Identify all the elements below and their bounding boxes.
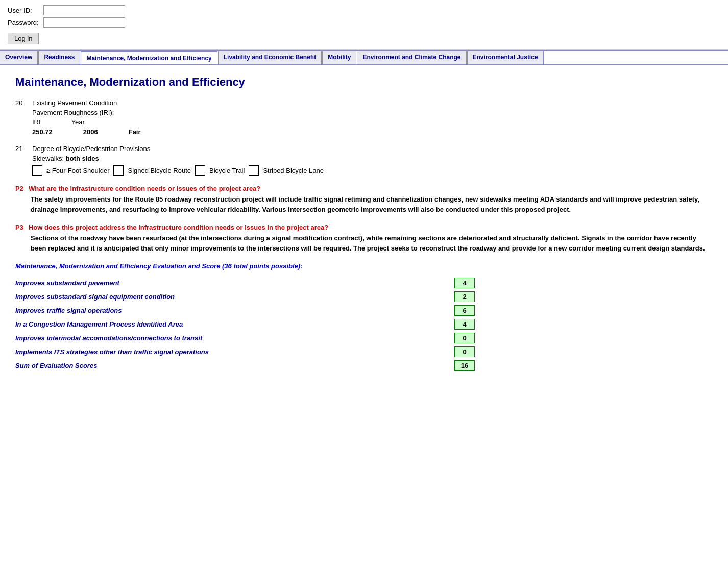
eval-row: Improves substandard signal equipment co…	[15, 291, 475, 302]
eval-row: Improves substandard pavement4	[15, 278, 475, 288]
val-iri: 250.72	[32, 128, 53, 136]
p3-label: P3	[15, 223, 23, 231]
eval-score: 2	[454, 291, 475, 302]
checkbox-bike-trail[interactable]	[195, 165, 205, 176]
p2-label: P2	[15, 185, 23, 192]
eval-label: Improves substandard pavement	[15, 279, 119, 287]
checkbox-four-foot-label: ≥ Four-Foot Shoulder	[46, 167, 109, 174]
eval-score: 6	[454, 305, 475, 316]
val-year: 2006	[83, 128, 98, 136]
p3-block: P3 How does this project address the inf…	[15, 223, 713, 253]
tab-overview[interactable]: Overview	[0, 51, 38, 64]
section-20-num: 20	[15, 99, 28, 107]
section-21-num: 21	[15, 145, 28, 153]
p2-block: P2 What are the infrastructure condition…	[15, 185, 713, 214]
checkbox-striped-lane[interactable]	[249, 165, 259, 176]
checkbox-four-foot[interactable]	[32, 165, 42, 176]
userid-input[interactable]	[43, 5, 125, 15]
eval-score: 4	[454, 319, 475, 330]
tab-maintenance[interactable]: Maintenance, Modernization and Efficienc…	[81, 51, 217, 64]
tab-environmental-justice[interactable]: Environmental Justice	[467, 51, 544, 64]
sidewalk-val: both sides	[66, 155, 99, 162]
col-year: Year	[71, 118, 85, 126]
p3-label-row: P3 How does this project address the inf…	[15, 223, 713, 231]
bike-provisions: Sidewalks: both sides ≥ Four-Foot Should…	[32, 155, 713, 176]
userid-label: User ID:	[8, 7, 43, 14]
pavement-details: Pavement Roughness (IRI): IRI Year 250.7…	[32, 109, 713, 136]
eval-score: 0	[454, 333, 475, 343]
eval-score: 4	[454, 278, 475, 288]
sidewalk-row: Sidewalks: both sides	[32, 155, 713, 162]
page-title: Maintenance, Modernization and Efficienc…	[15, 76, 713, 89]
nav-tabs: Overview Readiness Maintenance, Moderniz…	[0, 50, 728, 65]
checkbox-bike-trail-label: Bicycle Trail	[209, 167, 245, 174]
p3-answer: Sections of the roadway have been resurf…	[31, 233, 713, 253]
eval-title: Maintenance, Modernization and Efficienc…	[15, 262, 713, 270]
tab-environment[interactable]: Environment and Climate Change	[357, 51, 466, 64]
checkbox-row: ≥ Four-Foot Shoulder Signed Bicycle Rout…	[32, 165, 713, 176]
section-21: 21 Degree of Bicycle/Pedestrian Provisio…	[15, 145, 713, 176]
eval-label: Sum of Evaluation Scores	[15, 362, 97, 369]
eval-score: 0	[454, 346, 475, 357]
eval-label: Improves substandard signal equipment co…	[15, 293, 175, 301]
password-label: Password:	[8, 19, 43, 27]
checkbox-striped-lane-label: Striped Bicycle Lane	[263, 167, 324, 174]
login-button[interactable]: Log in	[8, 33, 39, 44]
eval-row: Sum of Evaluation Scores16	[15, 360, 475, 371]
eval-row: In a Congestion Management Process Ident…	[15, 319, 475, 330]
p3-question: How does this project address the infras…	[29, 223, 328, 231]
tab-livability[interactable]: Livability and Economic Benefit	[218, 51, 322, 64]
tab-readiness[interactable]: Readiness	[38, 51, 80, 64]
section-20: 20 Existing Pavement Condition Pavement …	[15, 99, 713, 136]
val-condition: Fair	[129, 128, 141, 136]
eval-label: Improves intermodal accomodations/connec…	[15, 334, 202, 342]
checkbox-signed-route-label: Signed Bicycle Route	[128, 167, 191, 174]
password-input[interactable]	[43, 17, 125, 28]
main-content: Maintenance, Modernization and Efficienc…	[0, 65, 728, 390]
eval-items: Improves substandard pavement4Improves s…	[15, 278, 713, 371]
p2-question: What are the infrastructure condition ne…	[29, 185, 260, 192]
p2-answer: The safety improvements for the Route 85…	[31, 194, 713, 214]
eval-row: Improves traffic signal operations6	[15, 305, 475, 316]
tab-mobility[interactable]: Mobility	[322, 51, 356, 64]
eval-label: In a Congestion Management Process Ident…	[15, 320, 183, 328]
eval-label: Implements ITS strategies other than tra…	[15, 348, 209, 356]
checkbox-signed-route[interactable]	[113, 165, 124, 176]
eval-score: 16	[454, 360, 475, 371]
eval-section: Maintenance, Modernization and Efficienc…	[15, 262, 713, 371]
login-area: User ID: Password: Log in	[0, 0, 728, 50]
eval-row: Improves intermodal accomodations/connec…	[15, 333, 475, 343]
p2-label-row: P2 What are the infrastructure condition…	[15, 185, 713, 192]
eval-row: Implements ITS strategies other than tra…	[15, 346, 475, 357]
section-20-title: Existing Pavement Condition	[32, 99, 117, 107]
pavement-subtitle: Pavement Roughness (IRI):	[32, 109, 713, 116]
col-iri: IRI	[32, 118, 41, 126]
section-21-title: Degree of Bicycle/Pedestrian Provisions	[32, 145, 150, 153]
sidewalk-label: Sidewalks:	[32, 155, 64, 162]
eval-label: Improves traffic signal operations	[15, 307, 122, 314]
